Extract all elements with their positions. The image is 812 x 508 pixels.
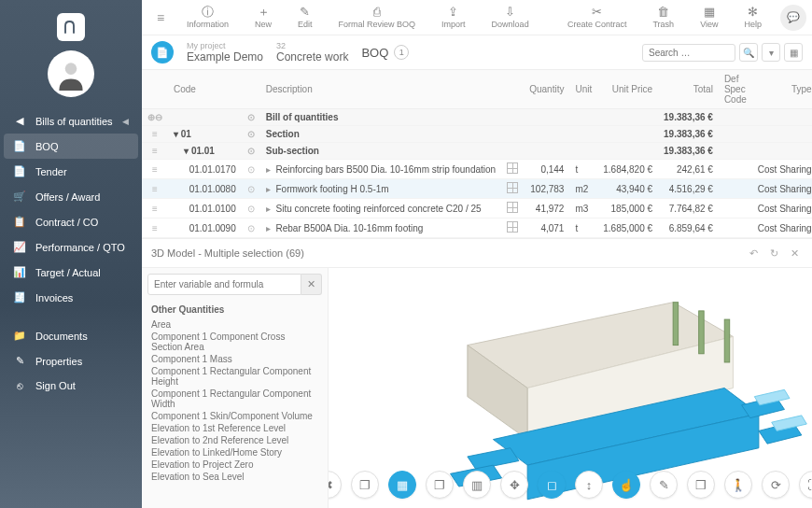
row-handle-icon[interactable]: ⊕⊖	[142, 109, 168, 126]
tool-new[interactable]: ＋New	[242, 6, 285, 29]
col-total[interactable]: Total	[658, 70, 719, 109]
variable-item[interactable]: Elevation to 2nd Reference Level	[151, 434, 318, 446]
table-row[interactable]: ⊕⊖⊙Bill of quantities19.383,36 €	[142, 109, 812, 126]
col-code[interactable]: Code	[168, 70, 242, 109]
row-menu-icon[interactable]: ⊙	[242, 199, 260, 219]
row-menu-icon[interactable]: ⊙	[242, 219, 260, 238]
table-row[interactable]: ≡ ▾ 01.01⊙Sub-section19.383,36 €	[142, 143, 812, 160]
copy-icon[interactable]: ❐	[426, 471, 454, 499]
hamburger-icon[interactable]: ≡	[147, 10, 174, 25]
row-menu-icon[interactable]: ⊙	[242, 160, 260, 179]
variable-item[interactable]: Component 1 Mass	[151, 353, 318, 365]
table-row[interactable]: ≡ 01.01.0170⊙▸ Reinforcing bars B500 Dia…	[142, 160, 812, 179]
hand-icon[interactable]: ☝	[612, 471, 640, 499]
variable-item[interactable]: Elevation to Project Zero	[151, 459, 318, 471]
search-input[interactable]	[642, 44, 735, 62]
col-desc[interactable]: Description	[260, 70, 501, 109]
select-icon[interactable]: ◻	[538, 471, 566, 499]
variable-item[interactable]: Elevation to Sea Level	[151, 471, 318, 483]
variable-item[interactable]: Component 1 Rectangular Component Width	[151, 388, 318, 410]
grid-icon[interactable]: ▦	[784, 43, 803, 62]
tool-edit[interactable]: ✎Edit	[285, 6, 326, 29]
avatar[interactable]	[48, 50, 94, 97]
col-qty[interactable]: Quantity	[524, 70, 569, 109]
variable-item[interactable]: Elevation to 1st Reference Level	[151, 422, 318, 434]
table-row[interactable]: ≡ 01.01.0080⊙▸ Formwork footing H 0.5-1m…	[142, 179, 812, 199]
cell-grid[interactable]	[501, 143, 524, 160]
row-menu-icon[interactable]: ⊙	[242, 126, 260, 143]
table-row[interactable]: ≡▾ 01⊙Section19.383,36 €	[142, 126, 812, 143]
tool-trash[interactable]: 🗑Trash	[639, 6, 687, 29]
row-handle-icon[interactable]: ≡	[142, 143, 168, 160]
tool-download[interactable]: ⇩Download	[479, 6, 542, 29]
sidebar-item-boq[interactable]: 📄BOQ	[4, 134, 138, 159]
move-icon[interactable]: ✥	[500, 471, 528, 499]
sidebar-item-contract-co[interactable]: 📋Contract / CO	[0, 209, 142, 234]
row-handle-icon[interactable]: ≡	[142, 126, 168, 143]
filter-icon[interactable]: ▾	[762, 43, 780, 62]
row-handle-icon[interactable]: ≡	[142, 199, 168, 219]
columns-icon[interactable]: ▥	[463, 471, 491, 499]
col-unit[interactable]: Unit	[569, 70, 597, 109]
sidebar-item-sign-out[interactable]: ⎋Sign Out	[0, 374, 142, 398]
person-icon[interactable]: 🚶	[724, 471, 752, 499]
sidebar-item-properties[interactable]: ✎Properties	[0, 348, 142, 374]
orbit-icon[interactable]: ⟳	[762, 471, 790, 499]
redo-icon[interactable]: ↻	[765, 245, 782, 261]
tool-help[interactable]: ✻Help	[731, 6, 775, 29]
row-handle-icon[interactable]: ≡	[142, 179, 168, 199]
breadcrumb-boq[interactable]: BOQ 1	[361, 45, 409, 60]
layers-icon[interactable]: ❐	[351, 471, 379, 499]
tools-icon[interactable]: ✖	[329, 471, 342, 499]
breadcrumb-work[interactable]: 32 Concrete work	[276, 41, 348, 64]
col-uprice[interactable]: Unit Price	[597, 70, 658, 109]
cell-grid[interactable]	[501, 160, 524, 179]
sidebar-item-bills-of-quantities[interactable]: ◀Bills of quantities◀	[0, 108, 142, 134]
variable-item[interactable]: Area	[151, 318, 318, 331]
sidebar-item-tender[interactable]: 📄Tender	[0, 159, 142, 184]
search-icon[interactable]: 🔍	[739, 43, 758, 62]
fit-icon[interactable]: ⛶	[799, 471, 812, 499]
cell-grid[interactable]	[501, 109, 524, 126]
col-type[interactable]: Type	[752, 70, 812, 109]
chat-icon[interactable]: 💬	[780, 5, 806, 31]
cube-icon[interactable]: ❒	[687, 471, 715, 499]
sidebar-item-documents[interactable]: 📁Documents	[0, 323, 142, 348]
row-menu-icon[interactable]: ⊙	[242, 109, 260, 126]
variable-item[interactable]: Component 1 Skin/Component Volume	[151, 410, 318, 422]
sidebar-item-target-actual[interactable]: 📊Target / Actual	[0, 260, 142, 285]
pencil-icon[interactable]: ✎	[650, 471, 678, 499]
cell-grid[interactable]	[501, 126, 524, 143]
tool-formal-review-boq[interactable]: ⎙Formal Review BOQ	[326, 6, 429, 29]
variable-item[interactable]: Component 1 Component Cross Section Area	[151, 331, 318, 353]
row-menu-icon[interactable]: ⊙	[242, 143, 260, 160]
sidebar: ◀Bills of quantities◀📄BOQ📄Tender🛒Offers …	[0, 0, 142, 508]
row-handle-icon[interactable]: ≡	[142, 160, 168, 179]
breadcrumb-project[interactable]: My project Example Demo	[187, 41, 263, 64]
grid-view-icon[interactable]: ▦	[388, 471, 416, 499]
formula-input[interactable]	[147, 274, 301, 295]
tool-create-contract[interactable]: ✂Create Contract	[554, 6, 640, 29]
row-menu-icon[interactable]: ⊙	[242, 179, 260, 199]
sidebar-item-offers-award[interactable]: 🛒Offers / Award	[0, 184, 142, 209]
tool-import[interactable]: ⇪Import	[428, 6, 479, 29]
tool-view[interactable]: ▦View	[687, 6, 731, 29]
sidebar-item-performance-qto[interactable]: 📈Performance / QTO	[0, 234, 142, 260]
cell-grid[interactable]	[501, 179, 524, 199]
close-icon[interactable]: ✕	[786, 245, 803, 261]
sidebar-item-invoices[interactable]: 🧾Invoices	[0, 285, 142, 310]
cell-grid[interactable]	[501, 199, 524, 219]
table-row[interactable]: ≡ 01.01.0090⊙▸ Rebar B500A Dia. 10-16mm …	[142, 219, 812, 238]
col-def[interactable]: Def Spec Code	[719, 70, 752, 109]
threed-viewer[interactable]: ⚙ ✖ ❐ ▦ ❐ ▥ ✥ ◻ ↕ ☝ ✎ ❒ 🚶 ⟳ ⛶ ⌂	[329, 268, 812, 508]
variable-item[interactable]: Component 1 Rectangular Component Height	[151, 365, 318, 388]
row-handle-icon[interactable]: ≡	[142, 219, 168, 238]
vertical-icon[interactable]: ↕	[575, 471, 603, 499]
table-row[interactable]: ≡ 01.01.0100⊙▸ Situ concrete footing rei…	[142, 199, 812, 219]
cell-grid[interactable]	[501, 219, 524, 238]
tool-information[interactable]: ⓘInformation	[174, 6, 242, 29]
undo-icon[interactable]: ↶	[745, 245, 762, 261]
variable-item[interactable]: Elevation to Linked/Home Story	[151, 446, 318, 459]
app-logo[interactable]	[57, 13, 85, 41]
formula-clear-icon[interactable]: ✕	[301, 274, 322, 295]
